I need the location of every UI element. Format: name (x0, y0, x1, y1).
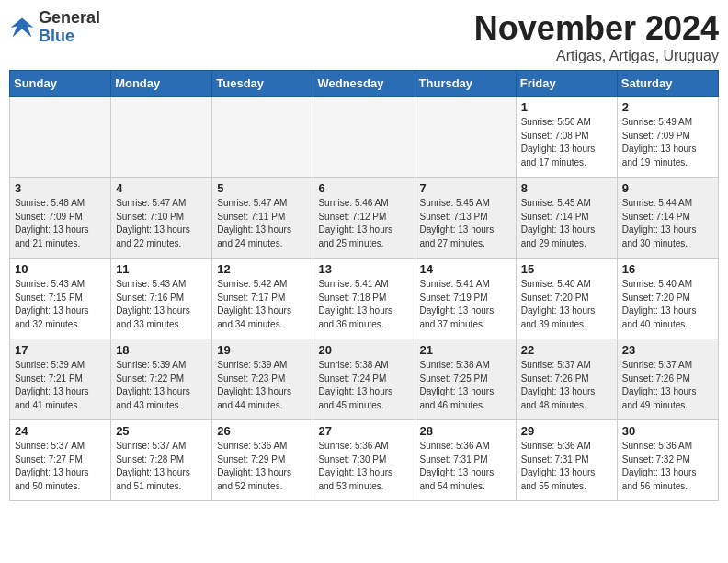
day-info: Sunrise: 5:39 AM Sunset: 7:23 PM Dayligh… (217, 359, 308, 412)
calendar-cell: 17Sunrise: 5:39 AM Sunset: 7:21 PM Dayli… (10, 339, 111, 420)
logo-blue: Blue (39, 27, 74, 45)
day-info: Sunrise: 5:36 AM Sunset: 7:29 PM Dayligh… (217, 440, 308, 493)
calendar-cell: 1Sunrise: 5:50 AM Sunset: 7:08 PM Daylig… (516, 97, 617, 178)
day-number: 1 (521, 100, 612, 114)
calendar-cell: 20Sunrise: 5:38 AM Sunset: 7:24 PM Dayli… (313, 339, 415, 420)
calendar-cell: 5Sunrise: 5:47 AM Sunset: 7:11 PM Daylig… (212, 178, 313, 259)
day-number: 5 (217, 181, 308, 195)
calendar-header-friday: Friday (516, 71, 617, 97)
calendar-cell: 24Sunrise: 5:37 AM Sunset: 7:27 PM Dayli… (10, 420, 111, 501)
calendar-week-row: 24Sunrise: 5:37 AM Sunset: 7:27 PM Dayli… (10, 420, 719, 501)
day-number: 19 (217, 343, 308, 357)
day-number: 15 (521, 262, 612, 276)
calendar-cell: 19Sunrise: 5:39 AM Sunset: 7:23 PM Dayli… (212, 339, 313, 420)
calendar-cell: 26Sunrise: 5:36 AM Sunset: 7:29 PM Dayli… (212, 420, 313, 501)
day-info: Sunrise: 5:47 AM Sunset: 7:11 PM Dayligh… (217, 197, 308, 250)
calendar-week-row: 17Sunrise: 5:39 AM Sunset: 7:21 PM Dayli… (10, 339, 719, 420)
calendar-cell: 2Sunrise: 5:49 AM Sunset: 7:09 PM Daylig… (617, 97, 718, 178)
calendar-cell: 8Sunrise: 5:45 AM Sunset: 7:14 PM Daylig… (516, 178, 617, 259)
day-info: Sunrise: 5:44 AM Sunset: 7:14 PM Dayligh… (622, 197, 713, 250)
day-info: Sunrise: 5:39 AM Sunset: 7:21 PM Dayligh… (15, 359, 106, 412)
calendar-cell: 25Sunrise: 5:37 AM Sunset: 7:28 PM Dayli… (111, 420, 212, 501)
day-info: Sunrise: 5:36 AM Sunset: 7:31 PM Dayligh… (420, 440, 511, 493)
calendar-cell: 13Sunrise: 5:41 AM Sunset: 7:18 PM Dayli… (313, 259, 415, 339)
month-title: November 2024 (474, 9, 719, 48)
day-info: Sunrise: 5:42 AM Sunset: 7:17 PM Dayligh… (217, 278, 308, 331)
calendar-cell (415, 97, 516, 178)
day-number: 9 (622, 181, 713, 195)
day-number: 29 (521, 424, 612, 438)
day-number: 12 (217, 262, 308, 276)
calendar-header-monday: Monday (111, 71, 212, 97)
day-number: 17 (15, 343, 106, 357)
calendar-cell (212, 97, 313, 178)
day-number: 23 (622, 343, 713, 357)
day-number: 27 (318, 424, 409, 438)
day-number: 2 (622, 100, 713, 114)
day-number: 11 (116, 262, 207, 276)
day-info: Sunrise: 5:37 AM Sunset: 7:28 PM Dayligh… (116, 440, 207, 493)
day-info: Sunrise: 5:36 AM Sunset: 7:31 PM Dayligh… (521, 440, 612, 493)
calendar-cell: 14Sunrise: 5:41 AM Sunset: 7:19 PM Dayli… (415, 259, 516, 339)
day-info: Sunrise: 5:39 AM Sunset: 7:22 PM Dayligh… (116, 359, 207, 412)
calendar-cell: 22Sunrise: 5:37 AM Sunset: 7:26 PM Dayli… (516, 339, 617, 420)
day-info: Sunrise: 5:38 AM Sunset: 7:25 PM Dayligh… (420, 359, 511, 412)
day-info: Sunrise: 5:50 AM Sunset: 7:08 PM Dayligh… (521, 116, 612, 169)
day-number: 24 (15, 424, 106, 438)
day-number: 30 (622, 424, 713, 438)
day-number: 13 (318, 262, 409, 276)
calendar-cell: 30Sunrise: 5:36 AM Sunset: 7:32 PM Dayli… (617, 420, 718, 501)
day-info: Sunrise: 5:37 AM Sunset: 7:27 PM Dayligh… (15, 440, 106, 493)
calendar-header-row: SundayMondayTuesdayWednesdayThursdayFrid… (10, 71, 719, 97)
calendar-cell: 16Sunrise: 5:40 AM Sunset: 7:20 PM Dayli… (617, 259, 718, 339)
day-number: 7 (420, 181, 511, 195)
day-info: Sunrise: 5:41 AM Sunset: 7:19 PM Dayligh… (420, 278, 511, 331)
calendar-week-row: 1Sunrise: 5:50 AM Sunset: 7:08 PM Daylig… (10, 97, 719, 178)
day-number: 14 (420, 262, 511, 276)
day-number: 28 (420, 424, 511, 438)
location-title: Artigas, Artigas, Uruguay (474, 48, 719, 64)
calendar-cell (10, 97, 111, 178)
day-number: 20 (318, 343, 409, 357)
logo-icon (9, 15, 35, 40)
calendar-cell (313, 97, 415, 178)
calendar-header-wednesday: Wednesday (313, 71, 415, 97)
day-number: 6 (318, 181, 409, 195)
calendar-cell: 6Sunrise: 5:46 AM Sunset: 7:12 PM Daylig… (313, 178, 415, 259)
day-info: Sunrise: 5:43 AM Sunset: 7:16 PM Dayligh… (116, 278, 207, 331)
logo-general: General (39, 8, 100, 27)
logo-text: General Blue (39, 9, 100, 46)
day-info: Sunrise: 5:46 AM Sunset: 7:12 PM Dayligh… (318, 197, 409, 250)
day-info: Sunrise: 5:48 AM Sunset: 7:09 PM Dayligh… (15, 197, 106, 250)
day-number: 22 (521, 343, 612, 357)
calendar-cell: 28Sunrise: 5:36 AM Sunset: 7:31 PM Dayli… (415, 420, 516, 501)
calendar-cell: 4Sunrise: 5:47 AM Sunset: 7:10 PM Daylig… (111, 178, 212, 259)
calendar-cell: 3Sunrise: 5:48 AM Sunset: 7:09 PM Daylig… (10, 178, 111, 259)
day-info: Sunrise: 5:36 AM Sunset: 7:32 PM Dayligh… (622, 440, 713, 493)
title-block: November 2024 Artigas, Artigas, Uruguay (474, 9, 719, 64)
day-number: 25 (116, 424, 207, 438)
calendar-header-sunday: Sunday (10, 71, 111, 97)
calendar-cell: 10Sunrise: 5:43 AM Sunset: 7:15 PM Dayli… (10, 259, 111, 339)
day-number: 16 (622, 262, 713, 276)
day-info: Sunrise: 5:43 AM Sunset: 7:15 PM Dayligh… (15, 278, 106, 331)
calendar-week-row: 10Sunrise: 5:43 AM Sunset: 7:15 PM Dayli… (10, 259, 719, 339)
calendar-cell: 18Sunrise: 5:39 AM Sunset: 7:22 PM Dayli… (111, 339, 212, 420)
day-number: 21 (420, 343, 511, 357)
day-info: Sunrise: 5:36 AM Sunset: 7:30 PM Dayligh… (318, 440, 409, 493)
calendar-header-thursday: Thursday (415, 71, 516, 97)
day-number: 26 (217, 424, 308, 438)
day-info: Sunrise: 5:37 AM Sunset: 7:26 PM Dayligh… (521, 359, 612, 412)
day-number: 4 (116, 181, 207, 195)
calendar-cell: 11Sunrise: 5:43 AM Sunset: 7:16 PM Dayli… (111, 259, 212, 339)
day-number: 10 (15, 262, 106, 276)
day-info: Sunrise: 5:40 AM Sunset: 7:20 PM Dayligh… (622, 278, 713, 331)
day-info: Sunrise: 5:38 AM Sunset: 7:24 PM Dayligh… (318, 359, 409, 412)
calendar-cell: 12Sunrise: 5:42 AM Sunset: 7:17 PM Dayli… (212, 259, 313, 339)
logo: General Blue (9, 9, 100, 46)
calendar-header-saturday: Saturday (617, 71, 718, 97)
calendar-table: SundayMondayTuesdayWednesdayThursdayFrid… (9, 70, 719, 501)
day-info: Sunrise: 5:45 AM Sunset: 7:13 PM Dayligh… (420, 197, 511, 250)
day-info: Sunrise: 5:49 AM Sunset: 7:09 PM Dayligh… (622, 116, 713, 169)
calendar-cell: 29Sunrise: 5:36 AM Sunset: 7:31 PM Dayli… (516, 420, 617, 501)
